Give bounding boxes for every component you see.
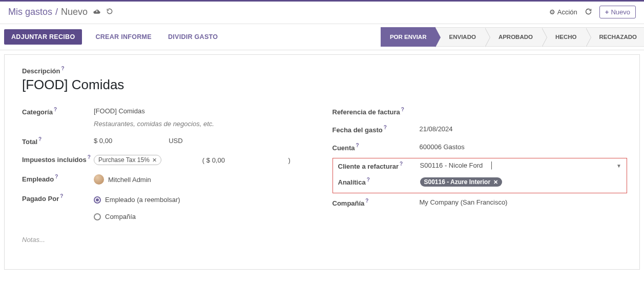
total-label: Total? (22, 137, 94, 146)
remove-tax-icon[interactable]: ✕ (152, 157, 157, 164)
create-report-button[interactable]: CREAR INFORME (92, 33, 154, 41)
employee-field[interactable]: Mitchell Admin (94, 174, 312, 185)
billref-label: Referencia de factura? (333, 107, 420, 116)
split-expense-button[interactable]: DIVIDIR GASTO (165, 33, 221, 41)
new-button-label: Nuevo (611, 8, 630, 16)
status-por-enviar[interactable]: POR ENVIAR (381, 27, 436, 47)
cloud-upload-icon[interactable] (93, 8, 101, 16)
analytic-field[interactable]: S00116 - Azure Interior ✕ (420, 177, 622, 187)
client-label: Cliente a refacturar? (333, 161, 420, 170)
category-hint: Restaurantes, comidas de negocios, etc. (94, 120, 312, 128)
breadcrumb-separator: / (55, 7, 58, 17)
client-field[interactable]: ▼ (420, 161, 622, 170)
remove-analytic-icon[interactable]: ✕ (493, 179, 498, 186)
breadcrumb-root[interactable]: Mis gastos (8, 7, 52, 17)
refresh-icon[interactable] (585, 8, 592, 17)
employee-label: Empleado? (22, 174, 94, 183)
date-label: Fecha del gasto? (333, 125, 420, 134)
total-amount[interactable]: $ 0,00 (94, 137, 112, 145)
action-menu[interactable]: Acción (549, 8, 577, 16)
plus-icon: + (605, 8, 609, 16)
attach-receipt-button[interactable]: ADJUNTAR RECIBO (4, 29, 82, 45)
paidby-employee-option[interactable]: Empleado (a reembolsar) (94, 196, 312, 204)
breadcrumb-current: Nuevo (61, 7, 88, 17)
paidby-company-option[interactable]: Compañía (94, 213, 312, 220)
account-value[interactable]: 600006 Gastos (420, 143, 622, 151)
dropdown-caret-icon[interactable]: ▼ (616, 163, 621, 169)
status-aprobado[interactable]: APROBADO (485, 27, 542, 47)
notes-field[interactable]: Notas... (22, 236, 312, 244)
company-label: Compañía? (333, 198, 420, 207)
description-label: Descripción? (22, 67, 65, 75)
form-sheet: Descripción? [FOOD] Comidas Categoría? [… (4, 54, 640, 270)
category-value[interactable]: [FOOD] Comidas Restaurantes, comidas de … (94, 107, 312, 128)
avatar (94, 174, 104, 185)
discard-icon[interactable] (106, 8, 113, 16)
new-button[interactable]: + Nuevo (599, 6, 636, 18)
analytic-tag[interactable]: S00116 - Azure Interior ✕ (420, 177, 503, 187)
account-label: Cuenta? (333, 143, 420, 152)
tax-tag[interactable]: Purchase Tax 15% ✕ (94, 155, 161, 165)
status-enviado[interactable]: ENVIADO (435, 27, 485, 47)
paidby-label: Pagado Por? (22, 194, 94, 203)
client-input[interactable] (420, 161, 492, 170)
tax-amount-prefix: ( $ 0,00 (202, 156, 225, 164)
tax-amount-suffix: ) (288, 156, 290, 164)
taxes-label: Impuestos incluidos? (22, 155, 94, 164)
analytic-label: Analítica? (333, 177, 420, 186)
radio-icon (94, 196, 101, 204)
status-rechazado[interactable]: RECHAZADO (586, 27, 644, 47)
radio-icon (94, 213, 101, 220)
status-bar: POR ENVIAR ENVIADO APROBADO HECHO RECHAZ… (381, 27, 644, 47)
description-value[interactable]: [FOOD] Comidas (22, 77, 622, 93)
breadcrumb: Mis gastos / Nuevo (8, 7, 113, 17)
company-value[interactable]: My Company (San Francisco) (420, 198, 622, 206)
date-value[interactable]: 21/08/2024 (420, 125, 622, 133)
status-hecho[interactable]: HECHO (542, 27, 586, 47)
category-label: Categoría? (22, 107, 94, 116)
total-currency[interactable]: USD (169, 137, 182, 145)
